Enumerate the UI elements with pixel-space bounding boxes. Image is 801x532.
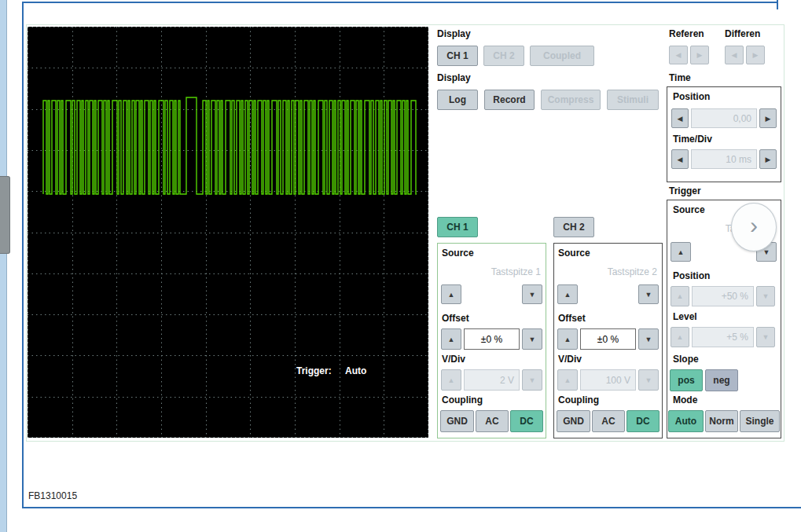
trigger-level-down-button[interactable]: ▼ [756, 327, 775, 347]
time-position-value: 0,00 [691, 108, 757, 128]
display-channels-label: Display [437, 28, 471, 39]
ch2-vdiv-up-button[interactable]: ▲ [557, 369, 578, 391]
time-div-label: Time/Div [673, 134, 712, 145]
ch1-source-value: Tastspitze 1 [440, 266, 541, 277]
reference-prev-button[interactable]: ◀ [669, 46, 688, 64]
ch1-coupling-gnd-button[interactable]: GND [440, 410, 474, 432]
ch2-offset-value[interactable]: ±0 % [580, 328, 636, 350]
trigger-position-up-button[interactable]: ▲ [671, 286, 689, 306]
ch1-coupling-ac-button[interactable]: AC [476, 410, 509, 432]
ch1-tab-button[interactable]: CH 1 [437, 217, 478, 237]
time-div-value: 10 ms [691, 149, 757, 169]
ch2-source-label: Source [558, 248, 590, 259]
reference-label: Referen [669, 28, 704, 39]
ch2-coupling-ac-button[interactable]: AC [592, 410, 625, 432]
frame-top-border [22, 2, 778, 3]
trigger-mode-auto-button[interactable]: Auto [668, 410, 704, 432]
ch2-vdiv-label: V/Div [558, 354, 582, 365]
ch2-source-down-button[interactable]: ▼ [638, 284, 659, 304]
trigger-position-label: Position [673, 270, 710, 281]
scope-screen: Trigger: Auto [28, 27, 428, 438]
ch2-offset-up-button[interactable]: ▲ [557, 328, 578, 350]
reference-next-button[interactable]: ▶ [690, 46, 709, 64]
oscilloscope-page: Trigger: Auto Display CH 1 CH 2 Coupled … [0, 0, 801, 532]
time-div-increase-button[interactable]: ▶ [759, 149, 777, 169]
ch2-vdiv-down-button[interactable]: ▼ [638, 369, 659, 391]
time-div-decrease-button[interactable]: ◀ [671, 149, 689, 169]
record-button[interactable]: Record [484, 90, 535, 110]
ch2-vdiv-value: 100 V [580, 369, 636, 391]
log-button[interactable]: Log [437, 90, 478, 110]
time-position-decrease-button[interactable]: ◀ [671, 108, 689, 128]
ch1-vdiv-up-button[interactable]: ▲ [441, 369, 461, 391]
ch1-vdiv-label: V/Div [442, 354, 465, 365]
ch1-coupling-label: Coupling [442, 394, 483, 405]
ch2-source-up-button[interactable]: ▲ [557, 284, 578, 304]
ch2-coupling-dc-button[interactable]: DC [626, 410, 660, 432]
trigger-group-label: Trigger [669, 185, 701, 196]
ch2-tab-button[interactable]: CH 2 [553, 217, 594, 237]
next-page-button[interactable]: › [731, 203, 777, 251]
left-scroll-strip [0, 0, 7, 532]
ch1-offset-value[interactable]: ±0 % [464, 328, 520, 350]
trigger-slope-neg-button[interactable]: neg [705, 369, 738, 391]
trigger-mode-label: Mode [673, 394, 697, 405]
ch2-coupling-label: Coupling [558, 394, 599, 405]
display-ch2-button[interactable]: CH 2 [483, 46, 524, 66]
scope-waveform-svg [28, 27, 428, 438]
display-ch1-button[interactable]: CH 1 [437, 46, 478, 66]
time-position-label: Position [673, 91, 710, 102]
trigger-status-label: Trigger: [296, 365, 332, 376]
time-position-increase-button[interactable]: ▶ [759, 108, 777, 128]
trigger-level-value: +5 % [692, 327, 754, 347]
ch2-offset-down-button[interactable]: ▼ [638, 328, 659, 350]
trigger-level-label: Level [673, 311, 697, 322]
frame-right-border [777, 0, 778, 9]
display-coupled-button[interactable]: Coupled [530, 46, 594, 66]
compress-button[interactable]: Compress [541, 90, 601, 110]
ch1-source-down-button[interactable]: ▼ [522, 284, 542, 304]
ch2-offset-label: Offset [558, 313, 586, 324]
ch1-offset-up-button[interactable]: ▲ [441, 328, 461, 350]
trigger-position-value: +50 % [692, 286, 754, 306]
difference-label: Differen [725, 28, 760, 39]
frame-bottom-border [22, 507, 801, 508]
ch2-coupling-gnd-button[interactable]: GND [557, 410, 590, 432]
trigger-level-up-button[interactable]: ▲ [671, 327, 689, 347]
trigger-mode-norm-button[interactable]: Norm [705, 410, 738, 432]
trigger-status-value: Auto [345, 365, 366, 376]
ch1-vdiv-down-button[interactable]: ▼ [522, 369, 542, 391]
stimuli-button[interactable]: Stimuli [607, 90, 659, 110]
ch2-source-value: Tastspitze 2 [557, 266, 657, 277]
frame-left-border [22, 2, 24, 508]
ch1-coupling-dc-button[interactable]: DC [510, 410, 543, 432]
left-edge-tab[interactable] [0, 176, 10, 254]
display-modes-label: Display [437, 72, 471, 83]
difference-prev-button[interactable]: ◀ [725, 46, 744, 64]
ch1-source-label: Source [442, 248, 474, 259]
time-group-label: Time [669, 72, 691, 83]
trigger-slope-pos-button[interactable]: pos [670, 369, 703, 391]
ch1-vdiv-value: 2 V [464, 369, 520, 391]
figure-id: FB1310015 [28, 490, 77, 501]
trigger-source-label: Source [673, 204, 705, 215]
ch1-offset-down-button[interactable]: ▼ [522, 328, 542, 350]
difference-next-button[interactable]: ▶ [746, 46, 765, 64]
trigger-slope-label: Slope [673, 354, 699, 365]
trigger-position-down-button[interactable]: ▼ [756, 286, 775, 306]
trigger-mode-single-button[interactable]: Single [740, 410, 780, 432]
trigger-source-up-button[interactable]: ▲ [671, 242, 691, 262]
ch1-source-up-button[interactable]: ▲ [441, 284, 461, 304]
ch1-offset-label: Offset [442, 313, 469, 324]
